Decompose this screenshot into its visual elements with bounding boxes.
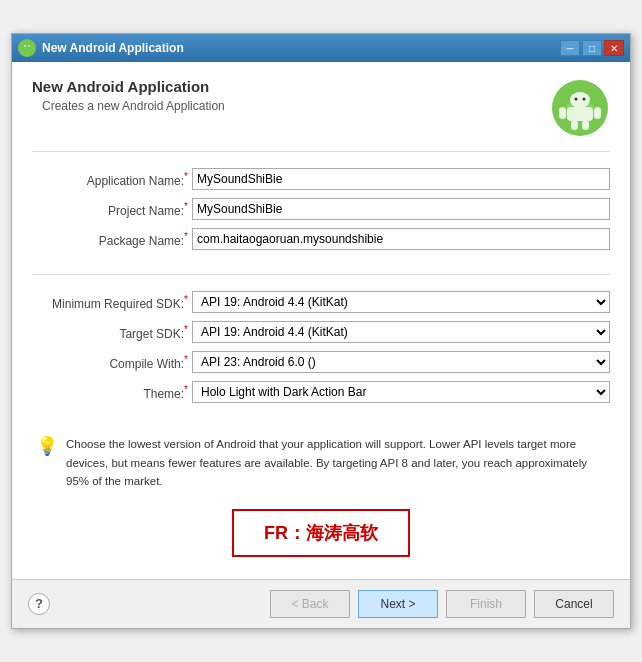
- maximize-button[interactable]: □: [582, 40, 602, 56]
- svg-point-11: [583, 98, 586, 101]
- help-button[interactable]: ?: [28, 593, 50, 615]
- bottom-left: ?: [28, 593, 50, 615]
- info-section: 💡 Choose the lowest version of Android t…: [32, 427, 610, 498]
- project-name-input[interactable]: [192, 198, 610, 220]
- banner-section: FR：海涛高软: [32, 509, 610, 557]
- cancel-button[interactable]: Cancel: [534, 590, 614, 618]
- min-sdk-select[interactable]: API 19: Android 4.4 (KitKat)API 18: Andr…: [192, 291, 610, 313]
- dialog-content: New Android Application Creates a new An…: [12, 62, 630, 578]
- title-bar-icon: [18, 39, 36, 57]
- compile-with-row: Compile With:* API 23: Android 6.0 (): [32, 351, 610, 373]
- back-button[interactable]: < Back: [270, 590, 350, 618]
- info-icon: 💡: [36, 435, 58, 457]
- banner-text: FR：海涛高软: [264, 523, 378, 543]
- svg-rect-17: [571, 120, 578, 130]
- next-button[interactable]: Next >: [358, 590, 438, 618]
- svg-point-4: [24, 46, 26, 48]
- header-left: New Android Application Creates a new An…: [32, 78, 225, 113]
- page-title: New Android Application: [32, 78, 225, 95]
- app-name-label: Application Name:*: [32, 171, 192, 188]
- title-bar-title: New Android Application: [42, 41, 560, 55]
- bottom-bar: ? < Back Next > Finish Cancel: [12, 579, 630, 628]
- sdk-divider: [32, 274, 610, 275]
- package-name-input[interactable]: [192, 228, 610, 250]
- app-name-row: Application Name:*: [32, 168, 610, 190]
- svg-rect-18: [582, 120, 589, 130]
- theme-row: Theme:* Holo Light with Dark Action BarH…: [32, 381, 610, 403]
- title-bar-controls: ─ □ ✕: [560, 40, 624, 56]
- close-button[interactable]: ✕: [604, 40, 624, 56]
- page-subtitle: Creates a new Android Application: [42, 99, 225, 113]
- min-sdk-label: Minimum Required SDK:*: [32, 294, 192, 311]
- minimize-button[interactable]: ─: [560, 40, 580, 56]
- project-name-row: Project Name:*: [32, 198, 610, 220]
- svg-rect-14: [567, 107, 593, 121]
- title-bar: New Android Application ─ □ ✕: [12, 34, 630, 62]
- header-row: New Android Application Creates a new An…: [32, 78, 610, 141]
- package-name-row: Package Name:*: [32, 228, 610, 250]
- svg-rect-16: [594, 107, 601, 119]
- compile-with-select[interactable]: API 23: Android 6.0 (): [192, 351, 610, 373]
- svg-point-10: [575, 98, 578, 101]
- svg-point-5: [28, 46, 30, 48]
- package-name-label: Package Name:*: [32, 231, 192, 248]
- form-section: Application Name:* Project Name:* Packag…: [32, 162, 610, 264]
- svg-rect-15: [559, 107, 566, 119]
- header-divider: [32, 151, 610, 152]
- banner-box: FR：海涛高软: [232, 509, 410, 557]
- theme-select[interactable]: Holo Light with Dark Action BarHolo Dark…: [192, 381, 610, 403]
- min-sdk-row: Minimum Required SDK:* API 19: Android 4…: [32, 291, 610, 313]
- theme-label: Theme:*: [32, 384, 192, 401]
- target-sdk-select[interactable]: API 19: Android 4.4 (KitKat)API 18: Andr…: [192, 321, 610, 343]
- svg-point-9: [570, 92, 590, 108]
- project-name-label: Project Name:*: [32, 201, 192, 218]
- bottom-right: < Back Next > Finish Cancel: [270, 590, 614, 618]
- finish-button[interactable]: Finish: [446, 590, 526, 618]
- dialog-window: New Android Application ─ □ ✕ New Androi…: [11, 33, 631, 628]
- target-sdk-row: Target SDK:* API 19: Android 4.4 (KitKat…: [32, 321, 610, 343]
- target-sdk-label: Target SDK:*: [32, 324, 192, 341]
- app-name-input[interactable]: [192, 168, 610, 190]
- compile-with-label: Compile With:*: [32, 354, 192, 371]
- android-logo: [550, 78, 610, 141]
- sdk-section: Minimum Required SDK:* API 19: Android 4…: [32, 285, 610, 417]
- info-text: Choose the lowest version of Android tha…: [66, 435, 606, 490]
